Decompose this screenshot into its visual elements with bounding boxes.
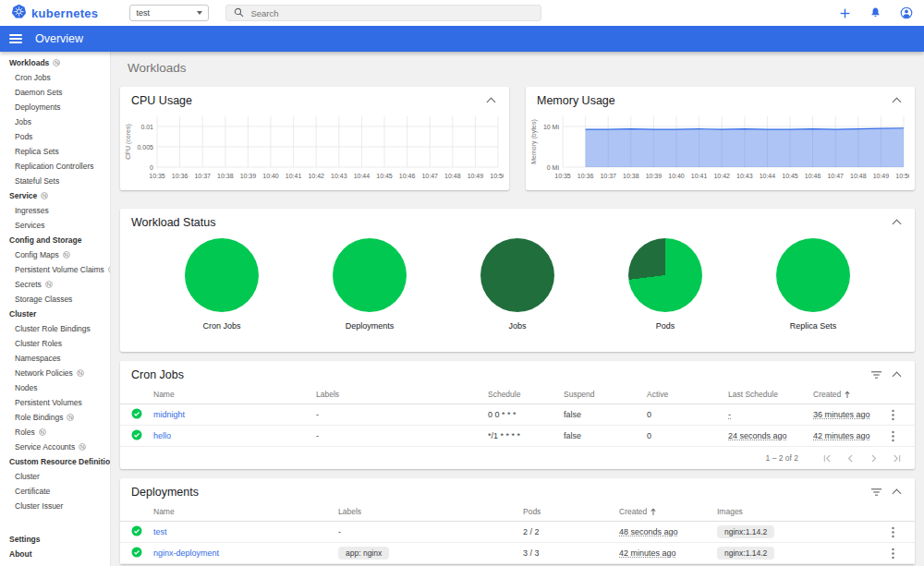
cpu-usage-chart: 10:3510:3610:3710:3810:3910:4010:4110:42…	[122, 111, 504, 181]
column-header-schedule[interactable]: Schedule	[488, 390, 564, 399]
search-bar[interactable]	[225, 5, 541, 21]
first-page-icon[interactable]	[822, 453, 833, 464]
sidebar-item-service-accounts[interactable]: Service AccountsN	[0, 440, 110, 454]
sidebar-item-ingresses[interactable]: Ingresses	[0, 203, 110, 218]
column-header-labels[interactable]: Labels	[338, 507, 523, 516]
sidebar-item-network-policies[interactable]: Network PoliciesN	[0, 366, 110, 380]
cronjobs-pagination: 1 – 2 of 2	[120, 447, 915, 469]
svg-text:0: 0	[150, 164, 153, 171]
column-header-created[interactable]: Created	[619, 507, 717, 516]
pie-pods: Pods	[596, 238, 735, 331]
namespace-selector[interactable]: test	[129, 5, 209, 21]
column-header-name[interactable]: Name	[153, 507, 338, 516]
column-header-suspend[interactable]: Suspend	[564, 390, 647, 399]
collapse-chevron-icon[interactable]	[893, 488, 902, 498]
deployment-name-link[interactable]: test	[153, 527, 167, 536]
row-menu-kebab-icon[interactable]	[881, 430, 904, 442]
deployment-name-link[interactable]: nginx-deployment	[153, 548, 219, 558]
deployments-title: Deployments	[131, 486, 861, 499]
cell-pods: 3 / 3	[523, 548, 619, 558]
sidebar-item-cluster-roles[interactable]: Cluster Roles	[0, 336, 110, 351]
sidebar-item-nodes[interactable]: Nodes	[0, 380, 110, 395]
cell-last-schedule: -	[728, 410, 731, 419]
svg-text:10:40: 10:40	[668, 173, 685, 179]
top-app-bar: kubernetes test	[0, 0, 924, 26]
sidebar-item-replica-sets[interactable]: Replica Sets	[0, 144, 110, 159]
sidebar-item-deployments[interactable]: Deployments	[0, 100, 110, 114]
column-header-labels[interactable]: Labels	[316, 390, 488, 399]
column-header-pods[interactable]: Pods	[523, 507, 619, 516]
sidebar-item-pods[interactable]: Pods	[0, 129, 110, 144]
sidebar-item-certificate[interactable]: Certificate	[0, 484, 110, 499]
cell-suspend: false	[564, 410, 647, 419]
status-ok-icon	[131, 547, 153, 560]
collapse-chevron-icon[interactable]	[487, 97, 496, 106]
deployment-row-nginx-deployment: nginx-deployment app: nginx 3 / 3 42 min…	[120, 543, 915, 564]
sidebar-item-services[interactable]: Services	[0, 218, 110, 233]
sidebar-item-cluster-role-bindings[interactable]: Cluster Role Bindings	[0, 321, 110, 336]
overview-nav-bar: Overview	[0, 26, 924, 52]
column-header-active[interactable]: Active	[647, 390, 728, 399]
svg-text:0.005: 0.005	[137, 144, 153, 151]
row-menu-kebab-icon[interactable]	[881, 526, 904, 538]
namespaced-badge: N	[79, 443, 86, 451]
sidebar-item-cluster-issuer[interactable]: Cluster Issuer	[0, 499, 110, 513]
column-header-images[interactable]: Images	[717, 507, 881, 516]
sidebar-item-replication-controllers[interactable]: Replication Controllers	[0, 159, 110, 174]
svg-text:10:37: 10:37	[194, 173, 211, 179]
kubernetes-logo-link[interactable]: kubernetes	[11, 4, 98, 23]
sidebar-item-daemon-sets[interactable]: Daemon Sets	[0, 85, 110, 100]
notifications-bell-button[interactable]	[869, 6, 881, 19]
sidebar-item-secrets[interactable]: SecretsN	[0, 277, 110, 292]
last-page-icon[interactable]	[892, 453, 902, 464]
image-chip: nginx:1.14.2	[717, 525, 774, 538]
sidebar-section-workloads[interactable]: WorkloadsN	[0, 55, 110, 70]
cronjob-name-link[interactable]: hello	[153, 431, 171, 440]
sidebar-item-cron-jobs[interactable]: Cron Jobs	[0, 70, 110, 85]
column-header-name[interactable]: Name	[153, 390, 316, 399]
filter-icon[interactable]	[870, 487, 882, 498]
next-page-icon[interactable]	[869, 453, 879, 464]
sidebar-item-crd-cluster[interactable]: Cluster	[0, 469, 110, 484]
sidebar-section-cluster[interactable]: Cluster	[0, 307, 110, 321]
cpu-usage-title: CPU Usage	[131, 94, 477, 107]
sidebar-item-about[interactable]: About	[0, 547, 110, 561]
cronjobs-table-header: Name Labels Schedule Suspend Active Last…	[120, 385, 915, 404]
create-plus-button[interactable]	[839, 7, 851, 19]
sidebar-section-custom-resource-definitions[interactable]: Custom Resource Definitions	[0, 454, 110, 469]
sidebar-section-config-and-storage[interactable]: Config and Storage	[0, 233, 110, 247]
sidebar-item-config-maps[interactable]: Config MapsN	[0, 247, 110, 262]
sidebar-item-stateful-sets[interactable]: Stateful Sets	[0, 174, 110, 188]
sidebar-item-persistent-volumes[interactable]: Persistent Volumes	[0, 395, 110, 410]
collapse-chevron-icon[interactable]	[893, 219, 902, 228]
collapse-chevron-icon[interactable]	[893, 371, 902, 380]
sidebar-item-persistent-volume-claims[interactable]: Persistent Volume ClaimsN	[0, 262, 110, 277]
svg-text:10:43: 10:43	[331, 173, 347, 179]
sidebar-item-storage-classes[interactable]: Storage Classes	[0, 292, 110, 307]
sidebar-item-jobs[interactable]: Jobs	[0, 114, 110, 129]
memory-usage-chart: 10:3510:3610:3710:3810:3910:4010:4110:42…	[528, 111, 909, 181]
column-header-last-schedule[interactable]: Last Schedule	[728, 390, 813, 399]
menu-hamburger-icon[interactable]	[9, 34, 22, 43]
cell-created: 36 minutes ago	[813, 410, 870, 419]
search-input[interactable]	[250, 8, 533, 18]
cronjob-name-link[interactable]: midnight	[153, 410, 185, 419]
svg-text:10:47: 10:47	[827, 173, 844, 179]
sidebar-item-settings[interactable]: Settings	[0, 532, 110, 547]
sidebar-item-namespaces[interactable]: Namespaces	[0, 351, 110, 366]
pie-replica-sets: Replica Sets	[744, 238, 882, 331]
row-menu-kebab-icon[interactable]	[881, 409, 904, 421]
row-menu-kebab-icon[interactable]	[881, 548, 904, 560]
account-circle-button[interactable]	[900, 6, 913, 19]
svg-text:10:44: 10:44	[354, 173, 371, 179]
previous-page-icon[interactable]	[845, 453, 856, 464]
sidebar-section-service[interactable]: ServiceN	[0, 188, 110, 203]
chevron-down-icon	[197, 11, 202, 15]
sidebar-item-role-bindings[interactable]: Role BindingsN	[0, 410, 110, 425]
svg-text:10:46: 10:46	[805, 173, 821, 179]
sidebar-item-roles[interactable]: RolesN	[0, 425, 110, 440]
svg-text:0 Mi: 0 Mi	[547, 164, 560, 171]
column-header-created[interactable]: Created	[813, 390, 881, 399]
collapse-chevron-icon[interactable]	[893, 97, 902, 106]
filter-icon[interactable]	[870, 369, 882, 380]
